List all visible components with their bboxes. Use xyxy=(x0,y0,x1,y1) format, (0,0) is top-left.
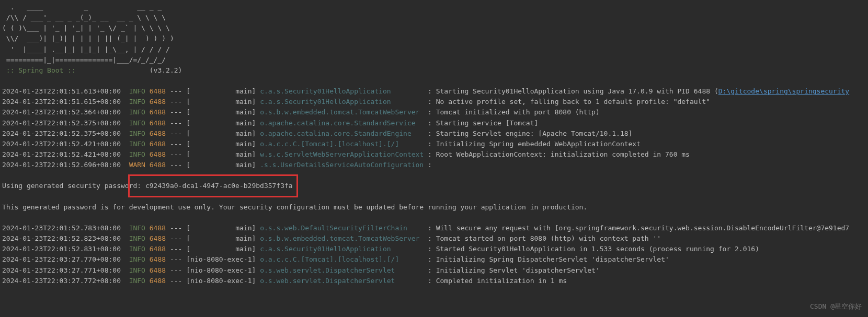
ascii-art-line: . ____ _ __ _ _ xyxy=(2,2,866,13)
ascii-art-line: ' |____| .__|_| |_|_| |_\__, | / / / / xyxy=(2,44,866,55)
log-message: : Initializing Spring DispatcherServlet … xyxy=(428,255,669,263)
log-thread: main xyxy=(190,108,252,116)
log-message: : Completed initialization in 1 ms xyxy=(428,277,567,285)
log-timestamp: 2024-01-23T22:01:52.783+08:00 xyxy=(2,224,129,232)
log-timestamp: 2024-01-23T22:01:51.613+08:00 xyxy=(2,87,129,95)
log-thread: main xyxy=(190,140,252,148)
log-sep: --- [ xyxy=(166,266,190,274)
log-level: INFO xyxy=(129,119,145,127)
log-level: INFO xyxy=(129,98,145,105)
log-timestamp: 2024-01-23T22:01:52.831+08:00 xyxy=(2,245,129,253)
log-sep: --- [ xyxy=(166,87,190,95)
log-logger: c.a.s.Security01HelloApplication xyxy=(260,87,428,95)
log-thread: nio-8080-exec-1 xyxy=(190,277,252,285)
log-level: INFO xyxy=(129,277,145,285)
log-row: 2024-01-23T22:01:52.831+08:00 INFO 6488 … xyxy=(2,244,866,254)
log-level: INFO xyxy=(129,140,145,148)
log-timestamp: 2024-01-23T22:01:52.364+08:00 xyxy=(2,108,129,116)
password-highlight-box xyxy=(128,174,298,197)
log-pid: 6488 xyxy=(150,98,166,105)
log-level: INFO xyxy=(129,150,145,158)
log-logger: o.apache.catalina.core.StandardEngine xyxy=(260,130,428,137)
ascii-art-line: ( ( )\___ | '_ | '_| | '_ \/ _` | \ \ \ … xyxy=(2,23,866,33)
log-thread: main xyxy=(190,234,252,242)
log-logger: o.s.web.servlet.DispatcherServlet xyxy=(260,266,428,274)
banner-label: :: Spring Boot :: xyxy=(2,66,76,74)
log-message: : Starting service [Tomcat] xyxy=(428,119,538,127)
log-row: 2024-01-23T22:03:27.770+08:00 INFO 6488 … xyxy=(2,254,866,265)
log-thread: main xyxy=(190,98,252,105)
log-logger: o.a.c.c.C.[Tomcat].[localhost].[/] xyxy=(260,140,428,148)
log-logger: c.a.s.Security01HelloApplication xyxy=(260,98,428,105)
log-sep: --- [ xyxy=(166,277,190,285)
log-level: INFO xyxy=(129,266,145,274)
log-thread: main xyxy=(190,161,252,169)
log-sep: --- [ xyxy=(166,119,190,127)
log-timestamp: 2024-01-23T22:01:52.375+08:00 xyxy=(2,130,129,137)
log-thread: nio-8080-exec-1 xyxy=(190,255,252,263)
log-sep: --- [ xyxy=(166,98,190,105)
console-output[interactable]: . ____ _ __ _ _ /\\ / ___'_ __ _ _(_)_ _… xyxy=(2,2,866,286)
log-pid: 6488 xyxy=(150,234,166,242)
log-thread: main xyxy=(190,245,252,253)
log-pid: 6488 xyxy=(150,245,166,253)
log-logger: w.s.c.ServletWebServerApplicationContext xyxy=(260,150,428,158)
log-sep: --- [ xyxy=(166,108,190,116)
log-pid: 6488 xyxy=(150,255,166,263)
log-message: : Will secure any request with [org.spri… xyxy=(428,224,849,232)
log-level: INFO xyxy=(129,245,145,253)
log-row: 2024-01-23T22:03:27.772+08:00 INFO 6488 … xyxy=(2,276,866,286)
log-level: INFO xyxy=(129,234,145,242)
log-logger: o.s.b.w.embedded.tomcat.TomcatWebServer xyxy=(260,234,428,242)
log-logger: o.s.s.web.DefaultSecurityFilterChain xyxy=(260,224,428,232)
log-logger: o.a.c.c.C.[Tomcat].[localhost].[/] xyxy=(260,255,428,263)
log-timestamp: 2024-01-23T22:01:52.375+08:00 xyxy=(2,119,129,127)
log-path-link[interactable]: D:\gitcode\spring\springsecurity xyxy=(718,87,849,95)
log-timestamp: 2024-01-23T22:01:51.615+08:00 xyxy=(2,98,129,105)
log-timestamp: 2024-01-23T22:01:52.696+08:00 xyxy=(2,161,129,169)
log-sep: --- [ xyxy=(166,161,190,169)
log-message: : Initializing Servlet 'dispatcherServle… xyxy=(428,266,600,274)
log-level: INFO xyxy=(129,108,145,116)
log-row: 2024-01-23T22:01:52.364+08:00 INFO 6488 … xyxy=(2,107,866,118)
log-sep: --- [ xyxy=(166,224,190,232)
log-message: : Tomcat initialized with port 8080 (htt… xyxy=(428,108,600,116)
log-pid: 6488 xyxy=(150,161,166,169)
log-row: 2024-01-23T22:01:52.783+08:00 INFO 6488 … xyxy=(2,223,866,233)
log-sep: --- [ xyxy=(166,130,190,137)
watermark: CSDN @星空你好 xyxy=(810,301,862,312)
log-level: INFO xyxy=(129,87,145,95)
spring-boot-banner: :: Spring Boot :: (v3.2.2) xyxy=(2,65,866,76)
log-pid: 6488 xyxy=(150,108,166,116)
log-message: : Started Security01HelloApplication in … xyxy=(428,245,759,253)
log-message: : Starting Servlet engine: [Apache Tomca… xyxy=(428,130,632,137)
log-message: : Starting Security01HelloApplication us… xyxy=(428,87,718,95)
log-row: 2024-01-23T22:01:52.421+08:00 INFO 6488 … xyxy=(2,139,866,149)
log-logger: .s.s.UserDetailsServiceAutoConfiguration xyxy=(260,161,428,169)
log-level: WARN xyxy=(129,161,145,169)
log-row: 2024-01-23T22:01:52.375+08:00 INFO 6488 … xyxy=(2,118,866,128)
log-row: 2024-01-23T22:01:52.696+08:00 WARN 6488 … xyxy=(2,160,866,170)
log-row: 2024-01-23T22:01:52.421+08:00 INFO 6488 … xyxy=(2,149,866,160)
log-sep: --- [ xyxy=(166,245,190,253)
log-timestamp: 2024-01-23T22:01:52.421+08:00 xyxy=(2,140,129,148)
log-pid: 6488 xyxy=(150,87,166,95)
log-timestamp: 2024-01-23T22:03:27.771+08:00 xyxy=(2,266,129,274)
log-pid: 6488 xyxy=(150,277,166,285)
log-thread: main xyxy=(190,119,252,127)
password-note: This generated password is for developme… xyxy=(2,202,866,213)
log-row: 2024-01-23T22:03:27.771+08:00 INFO 6488 … xyxy=(2,265,866,276)
log-pid: 6488 xyxy=(150,130,166,137)
ascii-art-line: /\\ / ___'_ __ _ _(_)_ __ __ _ \ \ \ \ xyxy=(2,13,866,23)
log-logger: o.s.web.servlet.DispatcherServlet xyxy=(260,277,428,285)
log-thread: nio-8080-exec-1 xyxy=(190,266,252,274)
log-pid: 6488 xyxy=(150,140,166,148)
password-label: Using generated security password: xyxy=(2,182,145,190)
log-message: : No active profile set, falling back to… xyxy=(428,98,710,105)
log-thread: main xyxy=(190,150,252,158)
log-message: : Initializing Spring embedded WebApplic… xyxy=(428,140,641,148)
log-logger: c.a.s.Security01HelloApplication xyxy=(260,245,428,253)
log-thread: main xyxy=(190,130,252,137)
log-message: : Root WebApplicationContext: initializa… xyxy=(428,150,690,158)
log-thread: main xyxy=(190,87,252,95)
